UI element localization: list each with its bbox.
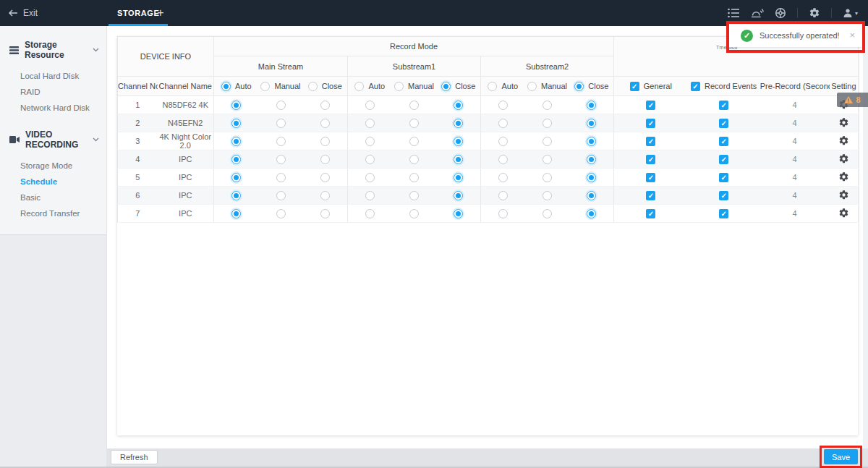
radio-sub2-auto[interactable]: [498, 101, 508, 110]
cell-general[interactable]: [614, 132, 688, 150]
radio-sub2-close[interactable]: [587, 209, 596, 218]
cell-radio-sub2-auto[interactable]: [481, 169, 525, 187]
radio-sub2-manual[interactable]: [527, 82, 537, 91]
cell-radio-sub1-manual[interactable]: [392, 169, 437, 187]
cell-radio-main-close[interactable]: [303, 169, 348, 187]
radio-sub1-manual[interactable]: [394, 82, 404, 91]
radio-main-auto[interactable]: [231, 173, 241, 182]
cell-radio-main-close[interactable]: [303, 114, 348, 132]
radio-sub1-auto[interactable]: [354, 82, 364, 91]
sidebar-item-schedule[interactable]: Schedule: [0, 174, 106, 190]
radio-sub1-close[interactable]: [454, 137, 463, 146]
radio-main-manual[interactable]: [276, 101, 286, 110]
cell-radio-sub2-close[interactable]: [570, 114, 614, 132]
alarm-count-tab[interactable]: 8: [837, 93, 868, 107]
cell-radio-sub2-manual[interactable]: [525, 205, 570, 223]
radio-sub1-manual[interactable]: [409, 101, 419, 110]
sidebar-item-local-hard-disk[interactable]: Local Hard Disk: [0, 68, 106, 84]
radio-sub1-close[interactable]: [454, 209, 463, 218]
cell-radio-sub2-manual[interactable]: [525, 169, 570, 187]
radio-sub2-close[interactable]: [587, 173, 596, 182]
general-checkbox[interactable]: [646, 119, 655, 128]
record-events-checkbox[interactable]: [719, 137, 728, 146]
cell-radio-sub2-close[interactable]: [570, 169, 614, 187]
cell-radio-sub1-close[interactable]: [437, 114, 481, 132]
radio-sub2-manual[interactable]: [542, 191, 552, 200]
general-checkbox[interactable]: [646, 155, 655, 164]
cell-general[interactable]: [614, 96, 688, 114]
radio-main-close[interactable]: [320, 173, 330, 182]
cell-radio-sub2-manual[interactable]: [525, 114, 570, 132]
cell-radio-sub1-manual[interactable]: [392, 114, 437, 132]
record-events-checkbox[interactable]: [719, 173, 728, 182]
cell-radio-main-manual[interactable]: [259, 150, 303, 169]
cell-radio-sub2-manual[interactable]: [525, 132, 570, 150]
cell-radio-main-close[interactable]: [303, 205, 348, 223]
cell-record-events[interactable]: [688, 132, 760, 150]
cell-setting[interactable]: [830, 187, 859, 205]
radio-sub2-auto[interactable]: [498, 209, 508, 218]
radio-main-close[interactable]: [320, 209, 330, 218]
cell-setting[interactable]: [830, 150, 859, 169]
cell-radio-sub2-close[interactable]: [570, 132, 614, 150]
cell-radio-sub1-manual[interactable]: [392, 187, 437, 205]
radio-sub2-close[interactable]: [574, 82, 584, 91]
general-checkbox[interactable]: [646, 137, 655, 146]
radio-main-auto[interactable]: [231, 137, 241, 146]
header-radio-main-manual[interactable]: Manual: [259, 77, 303, 96]
record-events-checkbox[interactable]: [719, 101, 728, 110]
cell-general[interactable]: [614, 187, 688, 205]
general-checkbox[interactable]: [646, 101, 655, 110]
cell-radio-main-close[interactable]: [303, 96, 348, 114]
radio-sub2-manual[interactable]: [542, 101, 552, 110]
radio-sub1-auto[interactable]: [365, 137, 375, 146]
cell-radio-sub1-manual[interactable]: [392, 150, 437, 169]
cell-radio-main-auto[interactable]: [214, 169, 259, 187]
radio-main-close[interactable]: [320, 191, 330, 200]
cell-record-events[interactable]: [688, 96, 760, 114]
radio-sub1-manual[interactable]: [409, 191, 419, 200]
cell-radio-sub1-manual[interactable]: [392, 96, 437, 114]
cell-radio-main-auto[interactable]: [214, 187, 259, 205]
task-list-icon[interactable]: [728, 8, 740, 18]
radio-sub2-manual[interactable]: [542, 155, 552, 164]
cell-radio-main-auto[interactable]: [214, 150, 259, 169]
radio-sub1-manual[interactable]: [409, 137, 419, 146]
radio-sub2-auto[interactable]: [498, 173, 508, 182]
record-events-checkbox[interactable]: [719, 191, 728, 200]
cell-radio-main-close[interactable]: [303, 187, 348, 205]
setting-gear-icon[interactable]: [838, 135, 849, 146]
radio-sub2-close[interactable]: [587, 191, 596, 200]
radio-sub2-auto[interactable]: [498, 119, 508, 128]
radio-main-close[interactable]: [320, 101, 330, 110]
radio-main-close[interactable]: [308, 82, 318, 91]
radio-sub1-auto[interactable]: [365, 173, 375, 182]
sidebar-item-network-hard-disk[interactable]: Network Hard Disk: [0, 100, 106, 116]
radio-main-manual[interactable]: [276, 137, 286, 146]
sidebar-item-raid[interactable]: RAID: [0, 84, 106, 100]
cell-radio-sub1-close[interactable]: [437, 150, 481, 169]
radio-sub2-manual[interactable]: [542, 119, 552, 128]
sidebar-item-storage-mode[interactable]: Storage Mode: [0, 158, 106, 174]
cell-radio-sub1-auto[interactable]: [348, 205, 392, 223]
radio-sub1-manual[interactable]: [409, 155, 419, 164]
radio-sub2-close[interactable]: [587, 119, 596, 128]
radio-main-auto[interactable]: [221, 82, 231, 91]
cell-radio-sub1-manual[interactable]: [392, 205, 437, 223]
radio-sub1-auto[interactable]: [365, 101, 375, 110]
radio-sub1-close[interactable]: [454, 119, 463, 128]
new-tab-button[interactable]: +: [152, 0, 169, 26]
cell-radio-main-manual[interactable]: [259, 96, 303, 114]
radio-sub2-auto[interactable]: [498, 191, 508, 200]
radio-sub1-close[interactable]: [454, 191, 463, 200]
alarm-icon[interactable]: [751, 8, 764, 18]
record-events-checkbox[interactable]: [719, 119, 728, 128]
cell-setting[interactable]: [830, 205, 859, 223]
record-events-select-all-checkbox[interactable]: [691, 82, 700, 91]
cell-record-events[interactable]: [688, 205, 760, 223]
general-checkbox[interactable]: [646, 191, 655, 200]
cell-radio-sub2-auto[interactable]: [481, 187, 525, 205]
record-events-checkbox[interactable]: [719, 209, 728, 218]
cell-radio-main-auto[interactable]: [214, 96, 259, 114]
header-radio-main-close[interactable]: Close: [303, 77, 348, 96]
